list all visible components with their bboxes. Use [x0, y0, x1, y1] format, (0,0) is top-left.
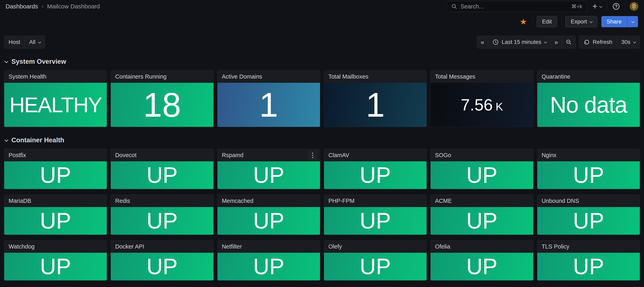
favorite-star-icon[interactable]: ★ [518, 18, 528, 26]
refresh-icon [584, 39, 590, 45]
panel-acme: ACME UP [430, 194, 533, 235]
panel-header[interactable]: Rspamd [218, 149, 320, 161]
panel-menu-button[interactable] [308, 151, 318, 160]
stat-background: No data [537, 83, 640, 127]
host-variable-label: Host [4, 36, 25, 48]
actions-divider [561, 18, 561, 26]
panel-title: Nginx [542, 152, 556, 159]
search-icon [451, 4, 457, 10]
panel-netfilter: Netfilter UP [217, 240, 320, 280]
panel-header[interactable]: Dovecot [111, 149, 213, 161]
time-range-picker[interactable]: Last 15 minutes [488, 36, 551, 48]
new-dashboard-button[interactable]: + [591, 2, 603, 11]
share-menu-button[interactable] [627, 16, 638, 27]
dashboard-actions-bar: ★ Edit Export Share [0, 13, 644, 31]
host-variable-control: Host All [4, 36, 45, 49]
panel-title: PHP-FPM [328, 198, 355, 204]
panel-header[interactable]: System Health [4, 70, 107, 83]
panel-postfix: Postfix UP [4, 149, 107, 189]
panel-title: Containers Running [115, 73, 166, 80]
panel-header[interactable]: Ofelia [430, 240, 533, 253]
host-variable-dropdown[interactable]: All [25, 36, 45, 48]
panel-header[interactable]: Quarantine [537, 70, 640, 83]
panel-header[interactable]: Netfilter [218, 240, 320, 253]
section-system-overview[interactable]: System Overview [0, 57, 644, 66]
panel-system-health: System Health HEALTHY [4, 70, 107, 127]
panel-unbound-dns: Unbound DNS UP [537, 194, 640, 235]
stat-background: UP [218, 161, 320, 189]
panel-header[interactable]: Total Messages [430, 70, 533, 83]
search-input[interactable] [460, 3, 568, 10]
panel-header[interactable]: PHP-FPM [324, 195, 426, 207]
stat-value: UP [573, 210, 604, 232]
panel-header[interactable]: Redis [111, 195, 213, 207]
panel-title: Active Domains [222, 73, 262, 80]
stat-value: UP [146, 164, 178, 186]
zoom-out-time-button[interactable] [562, 36, 576, 48]
edit-button-label: Edit [542, 19, 552, 25]
container-panel-grid: Postfix UP Dovecot UP Rspamd UP ClamAV U… [0, 149, 644, 280]
stat-value: UP [40, 164, 71, 186]
stat-value: UP [466, 210, 498, 232]
panel-header[interactable]: Docker API [111, 240, 213, 253]
panel-header[interactable]: Watchdog [4, 240, 107, 253]
panel-header[interactable]: ClamAV [324, 149, 426, 161]
avatar[interactable] [630, 2, 638, 11]
panel-title: Unbound DNS [542, 198, 579, 204]
section-container-health[interactable]: Container Health [0, 136, 644, 144]
stat-value: UP [253, 164, 284, 186]
edit-button[interactable]: Edit [537, 16, 557, 27]
panel-header[interactable]: MariaDB [4, 195, 107, 207]
breadcrumb-dashboards-link[interactable]: Dashboards [6, 3, 38, 10]
share-button[interactable]: Share [601, 16, 627, 27]
panel-header[interactable]: Total Mailboxes [324, 70, 426, 83]
panel-header[interactable]: Olefy [324, 240, 426, 253]
stat-background: HEALTHY [4, 83, 107, 127]
stat-value: UP [466, 164, 498, 186]
chevron-down-icon [633, 40, 636, 44]
panel-rspamd: Rspamd UP [217, 149, 320, 189]
time-shift-back-button[interactable]: « [477, 36, 488, 48]
time-controls: « Last 15 minutes » [477, 36, 640, 49]
section-title: System Overview [12, 58, 66, 65]
panel-title: Netfilter [222, 243, 242, 250]
time-shift-forward-button[interactable]: » [551, 36, 562, 48]
panel-header[interactable]: Active Domains [218, 70, 320, 83]
time-range-group: « Last 15 minutes » [477, 36, 576, 49]
panel-nginx: Nginx UP [537, 149, 640, 189]
refresh-interval-dropdown[interactable]: 30s [617, 36, 640, 48]
panel-header[interactable]: Postfix [4, 149, 107, 161]
panel-olefy: Olefy UP [324, 240, 427, 280]
search-box[interactable]: ⌘+k [446, 1, 587, 12]
stat-background: 18 [111, 83, 213, 127]
stat-background: 7.56K [430, 83, 533, 127]
panel-redis: Redis UP [110, 194, 214, 235]
refresh-group: Refresh 30s [579, 36, 640, 49]
refresh-button[interactable]: Refresh [579, 36, 617, 48]
section-collapse-icon [4, 138, 8, 141]
panel-header[interactable]: SOGo [430, 149, 533, 161]
panel-title: ClamAV [328, 152, 349, 159]
export-button-label: Export [571, 19, 587, 25]
panel-header[interactable]: Containers Running [111, 70, 213, 83]
panel-header[interactable]: Memcached [218, 195, 320, 207]
refresh-label-text: Refresh [593, 39, 612, 45]
stat-background: UP [4, 253, 107, 280]
stat-value: UP [253, 210, 284, 232]
stat-value: UP [573, 164, 604, 186]
panel-header[interactable]: Nginx [537, 149, 640, 161]
panel-header[interactable]: ACME [430, 195, 533, 207]
panel-header[interactable]: Unbound DNS [537, 195, 640, 207]
panel-header[interactable]: TLS Policy [537, 240, 640, 253]
plus-icon: + [592, 2, 597, 11]
panel-title: System Health [8, 73, 46, 80]
help-icon[interactable] [612, 2, 620, 11]
breadcrumb-current-page: Mailcow Dashboard [47, 3, 100, 10]
stat-value: No data [550, 93, 627, 116]
variable-value-text: All [29, 39, 36, 45]
panel-total-messages: Total Messages 7.56K [430, 70, 533, 127]
export-button[interactable]: Export [565, 16, 597, 27]
panel-dovecot: Dovecot UP [110, 149, 214, 189]
panel-title: Postfix [8, 152, 26, 159]
stat-background: UP [324, 207, 426, 235]
